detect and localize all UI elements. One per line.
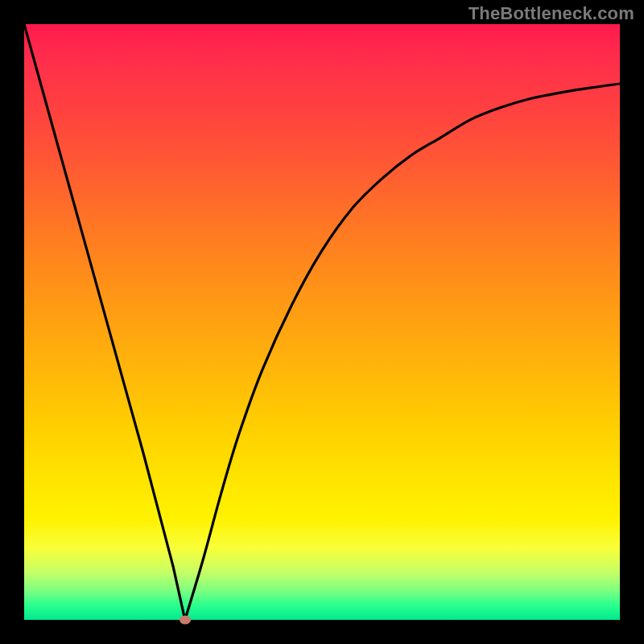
optimal-point-marker <box>180 616 191 625</box>
bottleneck-curve <box>24 24 620 620</box>
chart-plot-area <box>24 24 620 620</box>
watermark-text: TheBottleneck.com <box>469 3 634 24</box>
